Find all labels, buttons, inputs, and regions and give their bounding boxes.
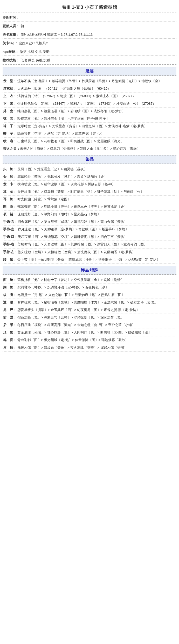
item-label-clothing-5: 袜 套： bbox=[3, 116, 17, 122]
item-label-accessories-10: 手持·右： bbox=[3, 242, 18, 247]
update-time-label: 更新时间： bbox=[3, 16, 19, 19]
item-content-accessories-2: 横海幼波〔氪〕> 精华波纵〔图〕> 玫瑰花影 > 拼接云影〔签49〕 bbox=[17, 181, 176, 187]
update-time-block: 更新时间： bbox=[3, 14, 176, 22]
item-label-special_accessories-4: 尾 巴： bbox=[3, 307, 17, 313]
item-label-special_accessories-5: 前 景： bbox=[3, 315, 17, 320]
permission-value: 简约:优雅:成熟:性感清凉 = 3.27:1.67:2.67:1:1.13 bbox=[20, 33, 93, 37]
item-content-clothing-6: 无尽时空〔定-穷苦〕> 无垠星夜〔穷苦〕> 白雪之林〔图〕> 女侠戏袜·暗紫〔定… bbox=[17, 123, 176, 129]
item-content-accessories-10: 姜格时尚〔金〕> 天青法杖〔图〕> 荒原拾包〔图〕> 溺雷归人〔氪〕> 激流弓韵… bbox=[18, 242, 176, 247]
item-row-accessories-8: 手饰·左：岁月迷途〔氪〕> 无神论调〔定-梦坊〕> 青丝绒〔图〕> 叛逆手环〔梦… bbox=[3, 226, 176, 233]
item-row-clothing-7: 鞋 子：隐蔽预售〔空境〕> 悠然〔定-梦坊〕> 踏草声·蓝〔定-少〕 bbox=[3, 130, 176, 138]
item-content-accessories-8: 岁月迷途〔氪〕> 无神论调〔定-梦坊〕> 青丝绒〔图〕> 叛逆手环〔梦坊〕 bbox=[18, 227, 176, 232]
item-label-clothing-8: 妆 容： bbox=[3, 138, 17, 144]
npc-skill-value: 微笑 挑剔 免挑 圣诞 bbox=[20, 50, 50, 54]
item-label-accessories-4: 耳 饰： bbox=[3, 196, 17, 202]
recommend-skill-label: 推荐技能： bbox=[3, 58, 19, 62]
item-content-accessories-9: 无尽宝藏〔图〕> 缠绕繁花〔空境〕> 群叶青泥〔氪〕> 闲合宇宙〔梦坊〕 bbox=[18, 234, 176, 240]
item-label-clothing-3: 下 装： bbox=[3, 101, 17, 107]
item-row-special_accessories-7: 顶 饰：黄金成律〔光域〕> 蚀心蛇影〔氪〕> 人间明灯〔氪〕> 断愁锁〔套-图〕… bbox=[3, 329, 176, 336]
item-label-accessories-5: 围 巾： bbox=[3, 204, 17, 210]
item-row-clothing-6: 袜 子：无尽时空〔定-穷苦〕> 无垠星夜〔穷苦〕> 白雪之林〔图〕> 女侠戏袜·… bbox=[3, 123, 176, 130]
recommend-skill-value: 飞吻 微笑 免挑 沉睡 bbox=[20, 58, 50, 62]
item-content-special_accessories-7: 黄金成律〔光域〕> 蚀心蛇影〔氪〕> 人间明灯〔氪〕> 断愁锁〔套-图〕> 残破… bbox=[17, 330, 176, 335]
item-content-clothing-3: 镶金时代铂金〔定图〕（28447）> 锋利之刃〔定图〕（27343）> 沙漠旅途… bbox=[17, 101, 176, 107]
item-row-clothing-3: 下 装：镶金时代铂金〔定图〕（28447）> 锋利之刃〔定图〕（27343）> … bbox=[3, 100, 176, 108]
npc-skill-block: npc技能： 微笑 挑剔 免挑 圣诞 bbox=[3, 48, 176, 56]
updater-block: 更新人员： 朝 bbox=[3, 23, 176, 30]
item-label-accessories-0: 头 饰： bbox=[3, 166, 17, 172]
item-content-accessories-1: 霜镶轻纱〔梦坊〕> 无际长发〔风月〕> 温柔的汤加拉〔金〕 bbox=[17, 174, 176, 180]
item-content-special_accessories-1: 炽羽臂环〔神眷〕> 炽羽臂环浅〔定-神眷〕> 百变挎包〔少〕 bbox=[17, 285, 176, 290]
item-content-special_accessories-6: 冬日序曲〔福袋〕> 科研高蹿〔流光〕> 未知之瞳〔套-图〕> 守护之茵〔小铺〕 bbox=[17, 322, 176, 328]
updater-label: 更新人员： bbox=[3, 24, 19, 28]
item-label-accessories-9: 手饰·双： bbox=[3, 234, 18, 240]
updater-value: 朝 bbox=[20, 24, 24, 28]
item-label-special_accessories-2: 纹 身： bbox=[3, 292, 17, 298]
item-content-clothing-7: 隐蔽预售〔空境〕> 悠然〔定-梦坊〕> 踏草声·蓝〔定-少〕 bbox=[17, 131, 176, 137]
item-row-special_accessories-3: 遮 眼：谢神狂欢〔氪〕> 星宿倾吞〔光域〕> 恶魔蝴蝶〔体力〕> 圣法六翼〔氪〕… bbox=[3, 299, 176, 306]
item-label-special_accessories-7: 顶 饰： bbox=[3, 330, 17, 335]
item-content-accessories-11: 悠久绽放〔空境〕> 永恒绽放〔空境〕> 辉光魔杖〔图〕> 花藤幽香〔定-梦坊〕 bbox=[18, 249, 176, 255]
item-label-clothing-7: 鞋 子： bbox=[3, 131, 17, 137]
item-label-accessories-3: 耳 朵： bbox=[3, 189, 17, 195]
item-content-accessories-4: 时光回溯〔阵营〕> 莺莺紫〔定图〕 bbox=[17, 196, 176, 202]
item-label-clothing-2: 上 衣： bbox=[3, 93, 17, 99]
page-container: 卷III 1-支3 小石子路造型馆 更新时间： 更新人员： 朝 关卡权重： 简约… bbox=[0, 0, 179, 354]
item-content-accessories-7: 细金属环〔兑〕> 染血细带〔成就〕> 涓流引路〔氪〕> 亮白金属〔梦坊〕 bbox=[18, 219, 176, 225]
item-row-clothing-9: 萤火之灵：未来之约〔海橄〕> 双凰刀〔钟离梓〕> 荣耀之伞〔奥兰多〕> 梦心启程… bbox=[3, 145, 176, 153]
item-row-special_accessories-9: 皮 肤：残破木偶〔图〕> 滑板妹〔登录〕> 夜火离魂〔蔷薇〕> 握起木偶〔进图〕 bbox=[3, 344, 176, 352]
item-content-accessories-0: 灵羽〔图〕> 荒原霸主〔公〕> 幽冥链〔昼夜〕 bbox=[17, 166, 176, 172]
item-label-special_accessories-0: 面 饰： bbox=[3, 277, 17, 283]
item-content-clothing-0: 流年不换〔套-集影〕> 破碎银翼〔阵营〕> 竹风萧萧〔阵营〕> 月别倾桐〔点灯〕… bbox=[17, 78, 176, 84]
section-title-clothing: 服装 bbox=[3, 67, 176, 76]
sections-container: 服装发 型：流年不换〔套-集影〕> 破碎银翼〔阵营〕> 竹风萧萧〔阵营〕> 月别… bbox=[3, 67, 176, 352]
item-label-special_accessories-1: 胸 饰： bbox=[3, 285, 17, 290]
tag-value: 玻西米亚C 民族风C bbox=[19, 41, 48, 45]
item-label-clothing-6: 袜 子： bbox=[3, 123, 17, 129]
item-content-special_accessories-2: 电流撞击〔定·氪〕> 火色之吻〔图〕> 战栗触痕〔氪〕> 烈焰红唇〔图〕 bbox=[17, 292, 176, 298]
item-row-clothing-5: 袜 套：轻搂花萼〔氪〕> 流沙若金〔图〕> 塔罗华丽〔匣子/进·匣子〕 bbox=[3, 115, 176, 123]
item-content-special_accessories-8: 青眩彩影〔图〕> 极光领域〔定-氪〕> 佳音倾降〔图〕> 瑶池烟雾〔凝砂〕 bbox=[17, 337, 176, 343]
item-content-special_accessories-4: 恋爱单箭头〔演唱〕> 金玉其环〔图〕> 幻夜魔尾〔图〕> 蝴蝶之翼·黑〔定-梦坊… bbox=[17, 307, 176, 313]
item-content-clothing-4: 纯白嘉礼〔图〕> 银蓝涟语〔氪〕> 碧澜纱〔图〕> 浅浅冬阳〔定-梦坊〕 bbox=[17, 108, 176, 114]
item-row-accessories-1: 头 纱：霜镶轻纱〔梦坊〕> 无际长发〔风月〕> 温柔的汤加拉〔金〕 bbox=[3, 173, 176, 181]
item-label-special_accessories-8: 地 面： bbox=[3, 337, 17, 343]
item-row-clothing-8: 妆 容：出尘精灵〔图〕> 花榭妆茗〔图〕> 即兴挑战〔图〕> 愁眉锁眼〔流光〕 bbox=[3, 138, 176, 145]
item-content-accessories-12: 金卜带〔图〕> 光阴刻痕〔蔷薇〕 猎影成果〔神眷〕> 雍雅细语〔小铺〕> 炽烈轨… bbox=[17, 257, 176, 263]
permission-block: 关卡权重： 简约:优雅:成熟:性感清凉 = 3.27:1.67:2.67:1:1… bbox=[3, 31, 176, 39]
item-label-clothing-4: 外 套： bbox=[3, 108, 17, 114]
item-label-special_accessories-9: 皮 肤： bbox=[3, 345, 17, 351]
item-row-clothing-4: 外 套：纯白嘉礼〔图〕> 银蓝涟语〔氪〕> 碧澜纱〔图〕> 浅浅冬阳〔定-梦坊〕 bbox=[3, 108, 176, 115]
recommend-skill-block: 推荐技能： 飞吻 微笑 免挑 沉睡 bbox=[3, 57, 176, 65]
item-content-clothing-9: 未来之约〔海橄〕> 双凰刀〔钟离梓〕> 荣耀之伞〔奥兰多〕> 梦心启程〔海橄〕 bbox=[20, 146, 176, 152]
item-row-special_accessories-8: 地 面：青眩彩影〔图〕> 极光领域〔定-氪〕> 佳音倾降〔图〕> 瑶池烟雾〔凝砂… bbox=[3, 336, 176, 344]
item-row-accessories-0: 头 饰：灵羽〔图〕> 荒原霸主〔公〕> 幽冥链〔昼夜〕 bbox=[3, 166, 176, 173]
item-content-accessories-6: 瑰丽荒野〔金〕> 绿野幻想〔限时〕> 星火晶石〔梦坊〕 bbox=[17, 211, 176, 217]
item-row-special_accessories-1: 胸 饰：炽羽臂环〔神眷〕> 炽羽臂环浅〔定-神眷〕> 百变挎包〔少〕 bbox=[3, 284, 176, 291]
item-row-accessories-7: 手饰·右：细金属环〔兑〕> 染血细带〔成就〕> 涓流引路〔氪〕> 亮白金属〔梦坊… bbox=[3, 218, 176, 226]
section-title-special_accessories: 饰品·特殊 bbox=[3, 266, 176, 275]
item-row-special_accessories-0: 面 饰：落梅折桥〔氪〕> 桃心十字〔梦坊〕> 空气质量霾〔金〕> 乌哚〔副情〕 bbox=[3, 276, 176, 284]
item-label-special_accessories-6: 后 景： bbox=[3, 322, 17, 328]
item-label-special_accessories-3: 遮 眼： bbox=[3, 300, 17, 305]
item-content-special_accessories-5: 宿命之眼〔氪〕> 鸿蒙云气〔云神〕> 浮光掠影〔氪〕> 深沉之梦〔氪〕 bbox=[17, 315, 176, 320]
item-label-accessories-7: 手饰·右： bbox=[3, 219, 18, 225]
item-content-clothing-1: 天火流丹〔四级〕（60421）> 维纳斯之舞〔钻/抽〕（60419） bbox=[17, 86, 176, 91]
item-row-accessories-3: 耳 朵：失控旋律〔氪〕> 双翼翎〔繁星〕> 彩虹糖果〔钻〕> 狮子萌耳〔钻〕> … bbox=[3, 188, 176, 196]
item-label-clothing-0: 发 型： bbox=[3, 78, 17, 84]
item-content-clothing-5: 轻搂花萼〔氪〕> 流沙若金〔图〕> 塔罗华丽〔匣子/进·匣子〕 bbox=[17, 116, 176, 122]
main-title: 卷III 1-支3 小石子路造型馆 bbox=[3, 2, 176, 12]
item-row-clothing-2: 上 衣：清荷佳韵〔钻〕（27967）> 绽放〔图〕（26890）> 素简上衣〔图… bbox=[3, 93, 176, 100]
item-label-clothing-1: 连衣裙： bbox=[3, 86, 17, 91]
item-row-accessories-2: 发 卡：横海幼波〔氪〕> 精华波纵〔图〕> 玫瑰花影 > 拼接云影〔签49〕 bbox=[3, 181, 176, 188]
section-title-accessories: 饰品 bbox=[3, 155, 176, 164]
item-content-accessories-5: 部落臂环〔图〕> 终嗯抉择〔浮光〕> 善良本色〔浮光〕> 破茧成梦〔金〕 bbox=[17, 204, 176, 210]
item-label-accessories-2: 发 卡： bbox=[3, 181, 17, 187]
item-label-accessories-1: 头 纱： bbox=[3, 174, 17, 180]
item-row-special_accessories-5: 前 景：宿命之眼〔氪〕> 鸿蒙云气〔云神〕> 浮光掠影〔氪〕> 深沉之梦〔氪〕 bbox=[3, 314, 176, 321]
item-row-accessories-11: 手持·左：悠久绽放〔空境〕> 永恒绽放〔空境〕> 辉光魔杖〔图〕> 花藤幽香〔定… bbox=[3, 249, 176, 256]
item-row-special_accessories-4: 尾 巴：恋爱单箭头〔演唱〕> 金玉其环〔图〕> 幻夜魔尾〔图〕> 蝴蝶之翼·黑〔… bbox=[3, 306, 176, 314]
item-content-clothing-8: 出尘精灵〔图〕> 花榭妆茗〔图〕> 即兴挑战〔图〕> 愁眉锁眼〔流光〕 bbox=[17, 138, 176, 144]
item-label-accessories-6: 项 链： bbox=[3, 211, 17, 217]
item-row-accessories-4: 耳 饰：时光回溯〔阵营〕> 莺莺紫〔定图〕 bbox=[3, 196, 176, 203]
